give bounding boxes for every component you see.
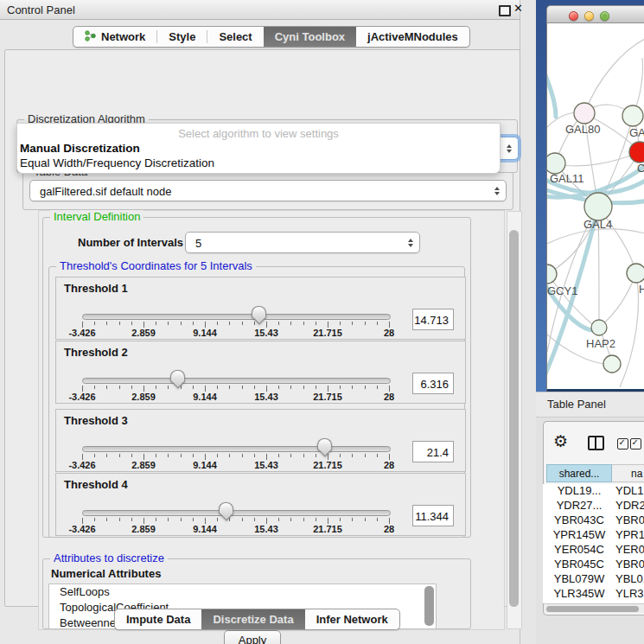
tab-discretize-data[interactable]: Discretize Data [201,609,304,629]
threshold-slider-thumb[interactable] [252,306,266,325]
tab-jactivemnodules[interactable]: jActiveMNodules [356,27,469,47]
close-icon[interactable]: ✕ [513,2,523,15]
combo-arrows-icon [507,144,512,153]
table-panel-titlebar: Table Panel [536,392,644,418]
threshold-slider-track[interactable] [82,378,391,384]
network-node-label: GCY1 [547,284,577,297]
table-horizontal-scrollbar[interactable] [544,603,644,613]
network-node[interactable] [547,153,565,174]
network-canvas[interactable]: GAL80GACGAL11GAL4GCY1HHAP2 [546,23,644,392]
network-node-label: GAL80 [565,123,600,136]
slider-scale-label: 2.859 [131,392,156,402]
slider-scale-label: 21.715 [313,524,342,534]
popup-hint: Select algorithm to view settings [17,127,500,140]
threshold-slider-thumb[interactable] [219,502,233,521]
slider-scale-label: 15.43 [254,392,278,402]
zoom-traffic-light-icon[interactable] [600,11,609,21]
panel-title: Control Panel [7,3,75,16]
table-row[interactable]: YDR27...YDR2... [543,499,644,513]
tab-select[interactable]: Select [207,27,263,47]
threshold-slider-track[interactable] [82,314,391,320]
tab-network[interactable]: Network [73,27,156,47]
number-of-intervals-combo[interactable]: 5 [185,232,420,253]
screen: Control Panel ✕ Network Style Select Cyn… [0,0,644,644]
network-node[interactable] [574,103,595,124]
popup-item-equal-width-frequency[interactable]: Equal Width/Frequency Discretization [20,156,214,169]
tab-cyni-toolbox[interactable]: Cyni Toolbox [264,27,356,47]
threshold-slider-thumb[interactable] [170,370,185,389]
algorithm-popup: Select algorithm to view settings Manual… [16,123,501,174]
checkbox-icon[interactable] [617,438,628,450]
slider-scale-label: 28 [384,328,394,338]
apply-button[interactable]: Apply [224,630,281,644]
table-row[interactable]: YBR043CYBR0... [543,513,644,528]
threshold-label: Threshold 4 [64,478,128,491]
attributes-group-title: Attributes to discretize [50,552,168,564]
slider-scale-label: 28 [384,460,394,470]
column-header-name[interactable]: na [612,464,644,482]
table-row[interactable]: YBR045CYBR0... [543,558,644,572]
threshold-value-field[interactable]: 14.713 [412,309,454,330]
tab-impute-data[interactable]: Impute Data [115,609,201,629]
bottom-tabs: Impute Data Discretize Data Infer Networ… [114,609,400,630]
table-scrollbar-thumb[interactable] [546,606,639,612]
list-scrollbar[interactable] [424,586,434,626]
table-row[interactable]: YDL19...YDL1... [543,484,644,499]
tab-style[interactable]: Style [157,27,207,47]
gear-icon[interactable]: ⚙ [553,431,568,450]
slider-scale-labels: -3.4262.8599.14415.4321.71528 [82,392,389,402]
slider-scale-label: 28 [384,392,394,402]
cyni-toolbox-panel: Discretization Algorithm Table Data galF… [4,49,520,607]
network-node-label: GAL11 [550,172,584,185]
slider-scale-label: 2.859 [131,460,156,470]
popup-item-manual-discretization[interactable]: Manual Discretization [20,142,140,155]
column-header-shared-name[interactable]: shared... [546,464,612,482]
network-window-titlebar[interactable] [546,5,644,23]
network-node[interactable] [584,193,612,220]
split-columns-icon[interactable] [588,436,604,450]
slider-scale-label: -3.426 [68,524,95,534]
network-node[interactable] [603,355,621,373]
threshold-value-field[interactable]: 11.344 [412,505,454,526]
table-row[interactable]: YER054CYER0... [543,543,644,558]
table-row[interactable]: YPR145WYPR1... [543,528,644,543]
slider-scale-label: -3.426 [68,392,95,402]
threshold-value-field[interactable]: 6.316 [412,373,454,394]
table-row[interactable]: YLR345WYLR3... [543,587,644,602]
network-node[interactable] [627,264,644,283]
slider-scale-label: 9.144 [193,392,217,402]
threshold-label: Threshold 1 [64,282,128,295]
table-data-combo[interactable]: galFiltered.sif default node [29,180,507,201]
attribute-list-item[interactable]: SelfLoops [49,584,436,600]
numerical-attributes-label: Numerical Attributes [48,567,163,580]
network-node[interactable] [591,320,607,335]
slider-scale-label: 21.715 [313,392,342,402]
tab-infer-network[interactable]: Infer Network [305,609,399,629]
threshold-slider-thumb[interactable] [317,438,332,457]
combo-arrows-icon [408,239,413,247]
network-node[interactable] [622,105,643,126]
threshold-slider-track[interactable] [82,446,391,452]
slider-scale-label: 15.43 [254,328,278,338]
network-node[interactable] [547,265,557,284]
right-area: GAL80GACGAL11GAL4GCY1HHAP2 Table Panel ⚙… [536,0,644,644]
checkbox-icon[interactable] [630,438,641,450]
control-panel-window: Control Panel ✕ Network Style Select Cyn… [0,0,520,644]
minimize-traffic-light-icon[interactable] [584,11,594,21]
threshold-box: Threshold 4 -3.4262.8599.14415.4321.7152… [55,473,466,536]
panel-scrollbar[interactable] [507,211,522,629]
threshold-value-field[interactable]: 21.4 [412,441,454,462]
close-traffic-light-icon[interactable] [569,11,578,21]
table-row[interactable]: YBL079WYBL0... [543,572,644,587]
slider-scale-label: 9.144 [193,524,217,534]
slider-scale-labels: -3.4262.8599.14415.4321.71528 [82,328,389,338]
node-table[interactable]: YDL19...YDL1...YDR27...YDR2...YBR043CYBR… [543,484,644,603]
slider-scale-label: 2.859 [131,328,156,338]
panel-scrollbar-thumb[interactable] [509,230,519,607]
float-window-icon[interactable] [499,5,511,16]
threshold-label: Threshold 3 [64,414,128,427]
number-of-intervals-label: Number of Intervals [78,236,183,249]
threshold-slider-track[interactable] [82,510,391,516]
slider-scale-label: 15.43 [254,460,278,470]
network-node[interactable] [629,142,644,163]
